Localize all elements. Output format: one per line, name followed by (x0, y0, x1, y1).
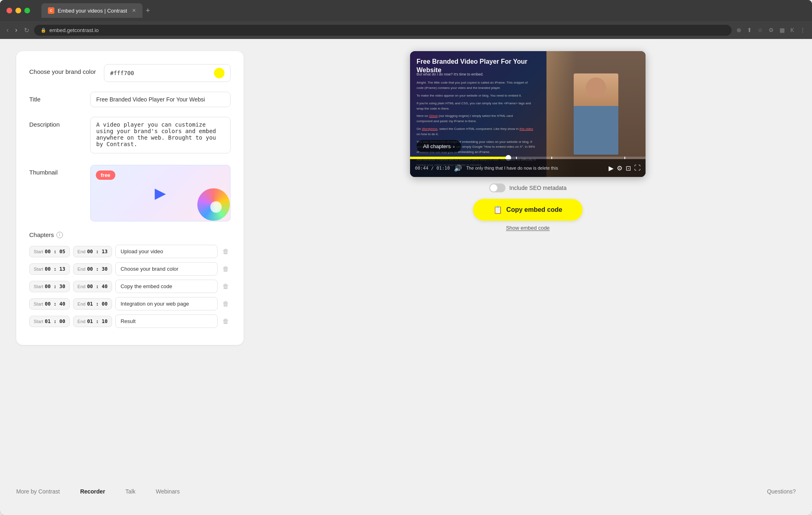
description-input[interactable]: A video player you can customize using y… (90, 117, 231, 153)
chapter-5-delete-btn[interactable]: 🗑 (221, 316, 231, 327)
profile-icon[interactable]: K (789, 25, 796, 35)
back-button[interactable]: ‹ (5, 25, 10, 35)
fullscreen-icon[interactable]: ⛶ (634, 164, 641, 172)
main-layout: Choose your brand color Title (16, 51, 796, 478)
color-hex-input[interactable] (110, 70, 210, 76)
chapters-label-text: Chapters (29, 231, 54, 238)
minimize-window-btn[interactable] (15, 8, 21, 13)
chapters-btn-label: All chapters (423, 143, 451, 149)
tab-close-btn[interactable]: ✕ (132, 8, 136, 13)
chapter-2-delete-btn[interactable]: 🗑 (221, 264, 231, 274)
chapters-section: Chapters i Start 00 : 05 End 00 : 13 (29, 231, 231, 328)
chapter-4-start: Start 00 : 40 (29, 298, 70, 310)
end-label-4: End (78, 302, 86, 306)
chapter-4-name[interactable] (115, 297, 218, 310)
title-input[interactable] (90, 92, 231, 107)
footer-recorder[interactable]: Recorder (80, 488, 105, 495)
video-subtitle: The only thing that I have do now is del… (466, 166, 605, 170)
video-title-overlay: Free Branded Video Player For Your Websi… (417, 58, 550, 75)
chapters-info-icon[interactable]: i (56, 232, 63, 238)
end-time-1: 00 : 13 (87, 249, 108, 254)
chapter-4-delete-btn[interactable]: 🗑 (221, 299, 231, 309)
chapter-row: Start 00 : 05 End 00 : 13 🗑 (29, 245, 231, 258)
new-tab-button[interactable]: + (146, 6, 150, 15)
page-content: Choose your brand color Title (0, 39, 812, 515)
footer-questions[interactable]: Questions? (767, 488, 796, 495)
color-input-wrapper[interactable] (104, 64, 231, 82)
chapter-1-delete-btn[interactable]: 🗑 (221, 246, 231, 257)
bookmark-icon[interactable]: ☆ (756, 25, 764, 35)
brand-color-label: Choose your brand color (29, 64, 96, 75)
start-label-1: Start (34, 249, 43, 254)
start-label-2: Start (34, 267, 43, 272)
footer-webinars[interactable]: Webinars (156, 488, 180, 495)
footer-more-by-contrast[interactable]: More by Contrast (16, 488, 60, 495)
end-time-5: 01 : 10 (87, 319, 108, 324)
chapter-2-start: Start 00 : 13 (29, 263, 70, 275)
chapter-5-name[interactable] (115, 315, 218, 328)
start-time-4: 00 : 40 (45, 301, 65, 307)
start-time-1: 00 : 05 (45, 249, 65, 254)
end-label-3: End (78, 284, 86, 289)
address-text: embed.getcontrast.io (50, 27, 99, 33)
tab-title: Embed your videos | Contrast (58, 8, 127, 14)
chapter-3-start: Start 00 : 30 (29, 281, 70, 292)
extensions-icon[interactable]: ⚙ (767, 25, 775, 35)
pip-icon[interactable]: ⊡ (626, 164, 631, 172)
chapter-1-name[interactable] (115, 245, 218, 258)
chapter-2-end: End 00 : 30 (73, 263, 112, 275)
chapter-2-name[interactable] (115, 262, 218, 276)
copy-icon: 📋 (493, 205, 502, 214)
head-shape (586, 78, 606, 98)
menu-icon[interactable]: ⋮ (798, 25, 807, 35)
all-chapters-button[interactable]: All chapters › (417, 140, 461, 153)
show-embed-code-link[interactable]: Show embed code (506, 225, 550, 231)
maximize-window-btn[interactable] (24, 8, 30, 13)
address-bar[interactable]: 🔒 embed.getcontrast.io (34, 25, 732, 36)
tab-favicon: C (48, 7, 54, 14)
left-panel: Choose your brand color Title (16, 51, 244, 345)
share-icon[interactable]: ⬆ (745, 25, 754, 35)
chapter-3-delete-btn[interactable]: 🗑 (221, 281, 231, 292)
brand-color-control (104, 64, 231, 82)
forward-button[interactable]: › (13, 25, 19, 35)
browser-action-buttons: ⊕ ⬆ ☆ ⚙ ▦ K ⋮ (735, 25, 807, 35)
chapter-1-start: Start 00 : 05 (29, 246, 70, 257)
sidebar-icon[interactable]: ▦ (778, 25, 786, 35)
video-text-overlay: But what do I do now? It's time to embed… (417, 71, 540, 170)
seo-toggle-switch[interactable] (489, 183, 505, 192)
zoom-icon[interactable]: ⊕ (735, 25, 743, 35)
chapters-header: Chapters i (29, 231, 231, 238)
chapter-row: Start 01 : 00 End 01 : 10 🗑 (29, 315, 231, 328)
color-swatch[interactable] (214, 68, 225, 78)
video-content: Free Branded Video Player For Your Websi… (410, 51, 646, 177)
brand-color-row: Choose your brand color (29, 64, 231, 82)
chapter-row: Start 00 : 13 End 00 : 30 🗑 (29, 262, 231, 276)
start-time-5: 01 : 00 (45, 319, 65, 324)
total-time: 01:10 (436, 166, 450, 171)
reload-button[interactable]: ↻ (22, 25, 31, 36)
end-time-4: 01 : 00 (87, 301, 108, 307)
browser-titlebar: C Embed your videos | Contrast ✕ + (0, 0, 812, 21)
thumbnail-row: Thumbnail free ▶ (29, 165, 231, 222)
copy-embed-button[interactable]: 📋 Copy embed code (473, 199, 583, 221)
end-time-2: 00 : 30 (87, 266, 108, 272)
current-time: 00:44 (415, 166, 428, 171)
chapter-row: Start 00 : 30 End 00 : 40 🗑 (29, 280, 231, 293)
play-pause-button[interactable]: ▶ (609, 164, 613, 172)
description-control: A video player you can customize using y… (90, 117, 231, 155)
settings-icon[interactable]: ⚙ (617, 164, 622, 172)
thumbnail-preview[interactable]: free ▶ (90, 165, 231, 222)
active-tab[interactable]: C Embed your videos | Contrast ✕ (41, 3, 143, 18)
body-shape (574, 106, 618, 155)
chapter-3-name[interactable] (115, 280, 218, 293)
volume-icon[interactable]: 🔊 (454, 164, 462, 172)
end-label-2: End (78, 267, 86, 272)
end-time-3: 00 : 40 (87, 284, 108, 289)
description-label: Description (29, 117, 82, 128)
footer: More by Contrast Recorder Talk Webinars … (16, 478, 796, 499)
close-window-btn[interactable] (6, 8, 12, 13)
start-label-5: Start (34, 319, 43, 324)
footer-talk[interactable]: Talk (125, 488, 136, 495)
play-icon: ▶ (155, 185, 166, 202)
